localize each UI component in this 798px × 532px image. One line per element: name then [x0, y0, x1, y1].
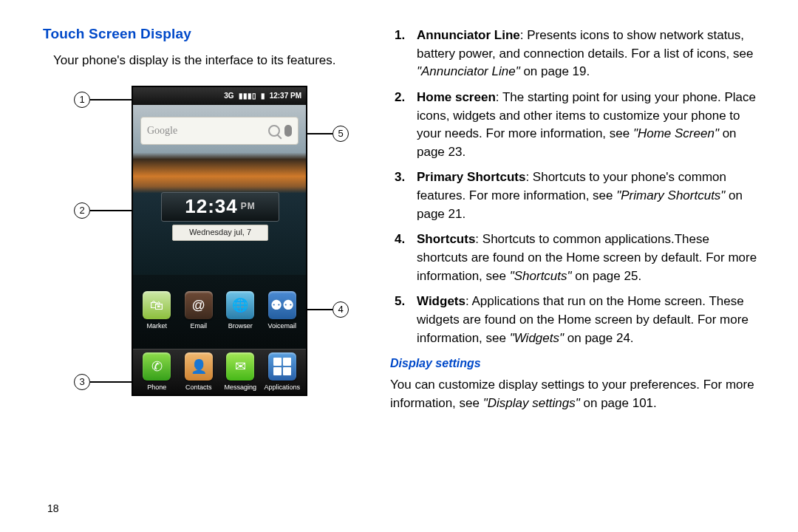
- section-heading: Touch Screen Display: [43, 24, 361, 44]
- term: Shortcuts: [417, 232, 475, 246]
- callout-line: [307, 133, 332, 134]
- term: Widgets: [417, 294, 466, 308]
- phone-screenshot: 3G ▮▮▮▯ ▮ 12:37 PM Google 12:34 PM: [132, 86, 307, 396]
- term: Annunciator Line: [417, 28, 520, 42]
- clock-date: Wednesday jul, 7: [172, 225, 268, 241]
- phone-figure: 1 2 3 4 5 3G ▮▮▮▯: [43, 86, 353, 446]
- callout-5: 5: [307, 126, 349, 142]
- cross-reference: "Display settings": [483, 396, 580, 410]
- dock-phone[interactable]: ✆ Phone: [136, 352, 177, 392]
- definition-primary-shortcuts: Primary Shortcuts: Shortcuts to your pho…: [390, 168, 763, 223]
- cross-reference: "Home Screen": [633, 126, 719, 140]
- contacts-icon: 👤: [185, 352, 213, 381]
- messaging-icon: ✉: [226, 352, 254, 381]
- subsection-tail: on page 101.: [580, 396, 657, 410]
- definition-widgets: Widgets: Applications that run on the Ho…: [390, 293, 763, 347]
- email-icon: @: [185, 291, 213, 319]
- battery-icon: ▮: [261, 91, 265, 102]
- shortcut-label: Voicemail: [267, 321, 296, 331]
- annunciator-line: 3G ▮▮▮▯ ▮ 12:37 PM: [133, 87, 306, 105]
- cross-reference: "Shortcuts": [510, 269, 572, 283]
- clock-hours-minutes: 12:34: [185, 193, 238, 221]
- callout-1: 1: [74, 92, 132, 108]
- primary-shortcuts-dock: ✆ Phone 👤 Contacts ✉ Messaging: [133, 349, 306, 395]
- dock-label: Phone: [147, 383, 166, 392]
- callout-number-2: 2: [74, 202, 90, 219]
- search-icon[interactable]: [268, 125, 280, 137]
- callout-2: 2: [74, 202, 132, 219]
- statusbar-time: 12:37 PM: [270, 91, 301, 102]
- google-search-widget[interactable]: Google: [140, 117, 299, 145]
- shortcut-label: Email: [190, 321, 207, 331]
- callout-3: 3: [74, 374, 132, 390]
- applications-icon: [268, 352, 296, 381]
- voicemail-icon: ⚉⚉: [268, 291, 296, 319]
- shortcut-label: Market: [146, 321, 167, 331]
- shortcut-voicemail[interactable]: ⚉⚉ Voicemail: [262, 291, 303, 331]
- callout-line: [90, 381, 132, 383]
- search-placeholder: Google: [147, 123, 264, 138]
- callout-line: [90, 210, 132, 211]
- browser-icon: 🌐: [226, 291, 254, 319]
- subsection-heading: Display settings: [390, 355, 763, 372]
- dock-contacts[interactable]: 👤 Contacts: [178, 352, 219, 392]
- cross-reference: "Primary Shortcuts": [616, 188, 725, 202]
- cross-reference: "Widgets": [510, 331, 564, 345]
- dock-label: Applications: [264, 383, 300, 392]
- definition-home-screen: Home screen: The starting point for usin…: [390, 89, 763, 162]
- clock-time: 12:34 PM: [161, 192, 279, 222]
- callout-number-5: 5: [332, 126, 349, 142]
- dock-label: Messaging: [224, 383, 256, 392]
- subsection-body: You can customize display settings to yo…: [390, 376, 763, 412]
- callout-line: [307, 309, 332, 310]
- cross-reference: "Annunciator Line": [417, 64, 520, 78]
- shortcuts-row: 🛍 Market @ Email 🌐 Browser ⚉⚉ Voicemail: [133, 291, 306, 331]
- shortcut-market[interactable]: 🛍 Market: [136, 291, 177, 331]
- shortcut-label: Browser: [228, 321, 253, 331]
- callout-number-4: 4: [332, 301, 349, 318]
- phone-icon: ✆: [143, 352, 171, 381]
- callout-number-3: 3: [74, 374, 90, 390]
- term-tail: on page 19.: [520, 64, 590, 78]
- shortcut-email[interactable]: @ Email: [178, 291, 219, 331]
- term-tail: on page 25.: [572, 269, 642, 283]
- shortcut-browser[interactable]: 🌐 Browser: [219, 291, 261, 331]
- definition-annunciator-line: Annunciator Line: Presents icons to show…: [390, 27, 763, 81]
- market-icon: 🛍: [143, 291, 171, 319]
- page-number: 18: [47, 501, 59, 516]
- callout-number-1: 1: [74, 92, 90, 108]
- section-intro: Your phone's display is the interface to…: [53, 52, 361, 70]
- term: Home screen: [417, 90, 496, 104]
- term: Primary Shortcuts: [417, 170, 525, 184]
- callout-line: [90, 99, 132, 100]
- term-tail: on page 24.: [564, 331, 634, 345]
- signal-bars-icon: ▮▮▮▯: [239, 91, 256, 102]
- callout-4: 4: [307, 301, 349, 318]
- definition-shortcuts: Shortcuts: Shortcuts to common applicati…: [390, 231, 763, 285]
- clock-widget[interactable]: 12:34 PM Wednesday jul, 7: [161, 192, 279, 241]
- dock-messaging[interactable]: ✉ Messaging: [219, 352, 261, 392]
- dock-applications[interactable]: Applications: [262, 352, 303, 392]
- mic-icon[interactable]: [284, 125, 292, 137]
- definitions-list: Annunciator Line: Presents icons to show…: [390, 27, 763, 347]
- network-3g-icon: 3G: [224, 91, 233, 102]
- clock-ampm: PM: [241, 200, 256, 213]
- dock-label: Contacts: [185, 383, 212, 392]
